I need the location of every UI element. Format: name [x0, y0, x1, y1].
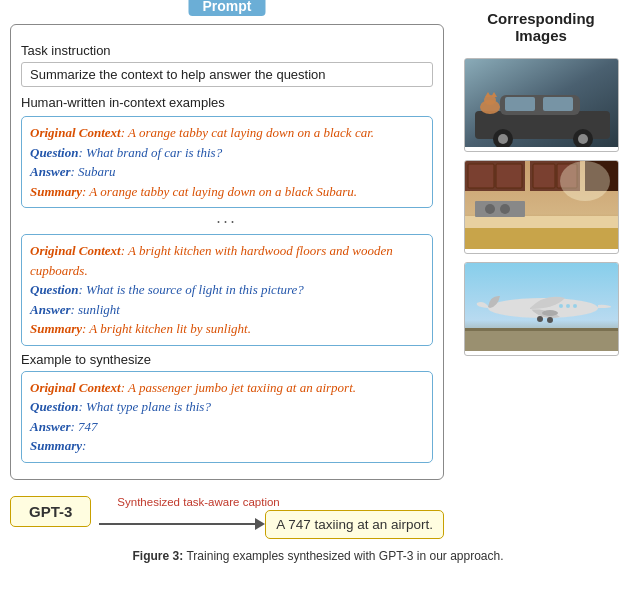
- example2-answer-text: : sunlight: [70, 302, 119, 317]
- svg-point-35: [542, 310, 558, 316]
- figure-number: Figure 3:: [132, 549, 186, 563]
- example1-question-label: Question: [30, 145, 78, 160]
- figure-caption: Figure 3: Training examples synthesized …: [10, 549, 626, 563]
- gpt3-box: GPT-3: [10, 496, 91, 527]
- svg-point-7: [498, 134, 508, 144]
- example2-question-label: Question: [30, 282, 78, 297]
- example-3-box: Original Context: A passenger jumbo jet …: [21, 371, 433, 463]
- svg-rect-5: [543, 97, 573, 111]
- example1-summary: Summary: A orange tabby cat laying down …: [30, 182, 424, 202]
- example1-question-text: : What brand of car is this?: [78, 145, 222, 160]
- in-context-section-label: Human-written in-context examples: [21, 95, 433, 110]
- example-1-box: Original Context: A orange tabby cat lay…: [21, 116, 433, 208]
- example3-summary-label: Summary: [30, 438, 82, 453]
- svg-point-27: [500, 204, 510, 214]
- airplane-image-svg: [465, 263, 619, 351]
- svg-point-33: [566, 304, 570, 308]
- svg-rect-30: [465, 328, 619, 331]
- output-box: A 747 taxiing at an airport.: [265, 510, 444, 539]
- synthesize-label: Example to synthesize: [21, 352, 433, 367]
- kitchen-image-svg: [465, 161, 619, 249]
- arrow-line: [99, 523, 255, 525]
- example1-summary-label: Summary: [30, 184, 82, 199]
- example1-original-context-text: : A orange tabby cat laying down on a bl…: [121, 125, 374, 140]
- svg-point-36: [537, 316, 543, 322]
- example3-original-context: Original Context: A passenger jumbo jet …: [30, 378, 424, 398]
- example3-answer-label: Answer: [30, 419, 70, 434]
- task-instruction-label: Task instruction: [21, 43, 433, 58]
- ellipsis-dots: ···: [21, 214, 433, 232]
- example2-summary: Summary: A bright kitchen lit by sunligh…: [30, 319, 424, 339]
- example-2-box: Original Context: A bright kitchen with …: [21, 234, 433, 346]
- example3-answer-text: : 747: [70, 419, 97, 434]
- example3-summary: Summary:: [30, 436, 424, 456]
- example1-original-context-label: Original Context: [30, 125, 121, 140]
- image-kitchen: [464, 160, 619, 254]
- example3-original-context-text: : A passenger jumbo jet taxiing at an ai…: [121, 380, 356, 395]
- car-image-svg: [465, 59, 619, 147]
- prompt-box: Task instruction Summarize the context t…: [10, 24, 444, 480]
- example2-question-text: : What is the source of light in this pi…: [78, 282, 303, 297]
- example1-answer-text: : Subaru: [70, 164, 115, 179]
- synthesized-caption-label: Synthesized task-aware caption: [117, 496, 279, 508]
- svg-rect-24: [465, 216, 619, 228]
- svg-point-32: [573, 304, 577, 308]
- right-panel-title: Corresponding Images: [487, 10, 595, 44]
- arrow-area: Synthesized task-aware caption A 747 tax…: [99, 496, 444, 539]
- figure-caption-text: Training examples synthesized with GPT-3…: [186, 549, 503, 563]
- task-instruction-box: Summarize the context to help answer the…: [21, 62, 433, 87]
- example3-question: Question: What type plane is this?: [30, 397, 424, 417]
- image-airplane: [464, 262, 619, 356]
- example2-original-context-label: Original Context: [30, 243, 121, 258]
- image-car: [464, 58, 619, 152]
- example2-answer-label: Answer: [30, 302, 70, 317]
- example3-question-text: : What type plane is this?: [78, 399, 211, 414]
- arrow-head-icon: [255, 518, 265, 530]
- bottom-area: GPT-3 Synthesized task-aware caption A 7…: [10, 496, 444, 539]
- svg-rect-19: [496, 164, 522, 188]
- example3-summary-text: :: [82, 438, 86, 453]
- task-instruction-text: Summarize the context to help answer the…: [30, 67, 326, 82]
- left-panel: Prompt Task instruction Summarize the co…: [10, 10, 444, 539]
- svg-rect-29: [465, 328, 619, 351]
- example1-summary-text: : A orange tabby cat laying down on a bl…: [82, 184, 357, 199]
- example1-original-context: Original Context: A orange tabby cat lay…: [30, 123, 424, 143]
- example1-answer-label: Answer: [30, 164, 70, 179]
- example2-summary-text: : A bright kitchen lit by sunlight.: [82, 321, 251, 336]
- svg-rect-20: [533, 164, 555, 188]
- svg-point-37: [547, 317, 553, 323]
- example1-answer: Answer: Subaru: [30, 162, 424, 182]
- right-panel: Corresponding Images: [456, 10, 626, 356]
- prompt-label: Prompt: [189, 0, 266, 16]
- example2-answer: Answer: sunlight: [30, 300, 424, 320]
- example3-answer: Answer: 747: [30, 417, 424, 437]
- svg-point-9: [578, 134, 588, 144]
- example2-summary-label: Summary: [30, 321, 82, 336]
- svg-rect-4: [505, 97, 535, 111]
- example2-question: Question: What is the source of light in…: [30, 280, 424, 300]
- svg-rect-18: [468, 164, 494, 188]
- example1-question: Question: What brand of car is this?: [30, 143, 424, 163]
- arrow-row: A 747 taxiing at an airport.: [99, 510, 444, 539]
- svg-rect-22: [465, 226, 619, 249]
- example2-original-context: Original Context: A bright kitchen with …: [30, 241, 424, 280]
- example3-original-context-label: Original Context: [30, 380, 121, 395]
- svg-point-23: [560, 161, 610, 201]
- svg-point-26: [485, 204, 495, 214]
- svg-point-34: [559, 304, 563, 308]
- example3-question-label: Question: [30, 399, 78, 414]
